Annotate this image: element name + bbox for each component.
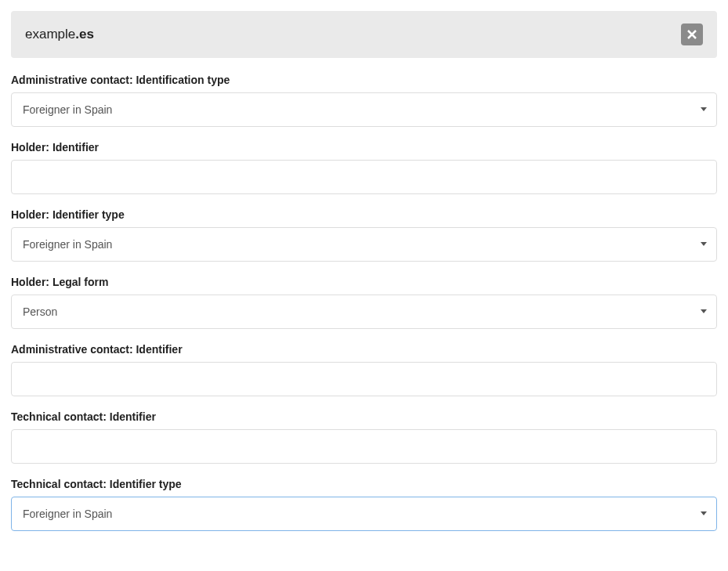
field-holder-id-type: Holder: Identifier type Foreigner in Spa… [11,208,717,262]
label-holder-id-type: Holder: Identifier type [11,208,717,221]
domain-suffix: .es [75,27,94,42]
select-admin-id-type[interactable]: Foreigner in Spain [11,92,717,127]
select-holder-legal-form[interactable]: Person [11,295,717,329]
field-holder-identifier: Holder: Identifier [11,141,717,194]
field-admin-id-type: Administrative contact: Identification t… [11,74,717,127]
field-tech-identifier: Technical contact: Identifier [11,410,717,464]
header-bar: example.es [11,11,717,58]
select-holder-id-type[interactable]: Foreigner in Spain [11,227,717,262]
label-admin-identifier: Administrative contact: Identifier [11,343,717,356]
label-admin-id-type: Administrative contact: Identification t… [11,74,717,86]
label-tech-id-type: Technical contact: Identifier type [11,478,717,490]
field-admin-identifier: Administrative contact: Identifier [11,343,717,396]
domain-title: example.es [25,27,94,42]
input-holder-identifier[interactable] [11,160,717,194]
close-icon [686,29,697,40]
input-admin-identifier[interactable] [11,362,717,396]
close-button[interactable] [681,23,703,45]
select-tech-id-type[interactable]: Foreigner in Spain [11,497,717,531]
label-tech-identifier: Technical contact: Identifier [11,410,717,423]
label-holder-identifier: Holder: Identifier [11,141,717,154]
field-holder-legal-form: Holder: Legal form Person [11,276,717,329]
field-tech-id-type: Technical contact: Identifier type Forei… [11,478,717,531]
input-tech-identifier[interactable] [11,429,717,464]
label-holder-legal-form: Holder: Legal form [11,276,717,288]
domain-prefix: example [25,27,75,42]
